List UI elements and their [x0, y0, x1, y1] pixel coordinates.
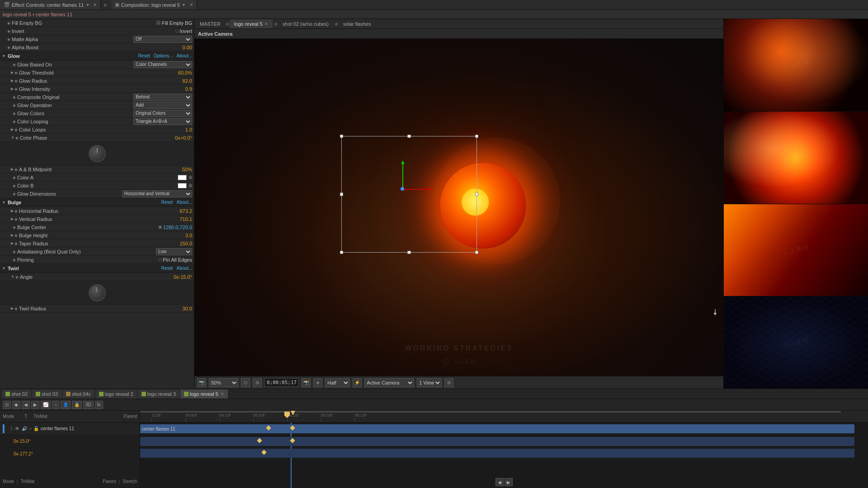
twirl-collapse-icon[interactable]: ▼ [2, 266, 6, 271]
tl-tab-logo-reveal-3[interactable]: logo reveal 3 [138, 389, 179, 399]
ab-midpoint-arrow[interactable]: ▶ [11, 167, 14, 171]
timecode-display[interactable]: 0;00;05;17 [264, 378, 299, 387]
bulge-center-value[interactable]: 1280.0,720.0 [163, 225, 192, 230]
y-axis-tip[interactable] [401, 160, 405, 164]
handle-br[interactable] [475, 251, 478, 254]
comp-tab-close-icon[interactable]: ✕ [189, 2, 193, 7]
tl-btn-lock[interactable]: 🔒 [72, 401, 82, 409]
x-axis-tip[interactable] [427, 188, 431, 191]
bulge-collapse-icon[interactable]: ▼ [2, 200, 6, 205]
tl-layer-row-1[interactable]: 1 👁 🔊 ○ 🔓 center flames 11 [0, 422, 140, 435]
v-radius-arrow[interactable]: ▶ [11, 217, 14, 221]
twirl-about-btn[interactable]: About... [177, 266, 192, 271]
camera-select[interactable]: Active Camera [364, 378, 414, 387]
angle-knob[interactable] [89, 284, 106, 301]
tl-prev-frame-btn[interactable]: ◀ [495, 478, 504, 486]
angle-value[interactable]: 0x-15.0° [174, 274, 192, 280]
bulge-reset-btn[interactable]: Reset [161, 200, 173, 205]
color-a-expand-icon[interactable]: ⊞ [189, 175, 192, 180]
grid-toggle-btn[interactable]: ⊞ [444, 378, 453, 387]
layer-1-solo[interactable]: ○ [29, 426, 32, 431]
bulge-about-btn[interactable]: About... [177, 200, 192, 205]
comp-tab-dropdown-icon[interactable]: ▼ [182, 3, 186, 7]
view-select[interactable]: 1 View [417, 378, 442, 387]
h-radius-value[interactable]: 673.2 [179, 208, 192, 214]
tl-tab-shot02[interactable]: shot 02 [2, 389, 31, 399]
show-channel-btn[interactable]: ◈ [313, 378, 322, 387]
handle-bc[interactable] [408, 251, 411, 254]
bulge-height-arrow[interactable]: ▶ [11, 233, 14, 237]
matte-alpha-select[interactable]: Off [133, 36, 192, 43]
pixel-aspect-btn[interactable]: ⊞ [253, 378, 262, 387]
tl-btn-next-keyframe[interactable]: ▶ [31, 401, 39, 409]
glow-dimensions-select[interactable]: Horizontal and Vertical [122, 190, 192, 197]
layer-1-audio[interactable]: 🔊 [22, 426, 27, 431]
glow-section-header[interactable]: ▼ Glow Reset Options... About... [0, 52, 194, 61]
glow-radius-value[interactable]: 82.0 [183, 78, 192, 84]
glow-based-on-select[interactable]: Color Channels [133, 61, 192, 68]
tab-composition[interactable]: ▣ Composition: logo reveal 5 ▼ ✕ [111, 0, 197, 9]
color-phase-value[interactable]: 0x+0.0° [175, 135, 192, 141]
tl-tab-shot03[interactable]: shot 03 [32, 389, 61, 399]
master-tab[interactable]: MASTER [196, 19, 224, 28]
handle-tr[interactable] [475, 135, 478, 138]
x-axis-arrow[interactable] [402, 189, 427, 190]
y-axis-arrow[interactable] [402, 164, 403, 189]
selection-box[interactable] [341, 136, 477, 253]
tl-tab-lr5-close[interactable]: ✕ [221, 392, 224, 396]
twirl-radius-arrow[interactable]: ▶ [11, 306, 14, 310]
tl-btn-3d[interactable]: 3D [83, 401, 94, 409]
angle-arrow[interactable]: ▼ [11, 275, 14, 279]
tl-tab-logo-reveal-2[interactable]: logo reveal 2 [95, 389, 137, 399]
glow-reset-btn[interactable]: Reset [138, 53, 150, 58]
antialiasing-select[interactable]: Low [156, 248, 192, 255]
handle-tl[interactable] [340, 135, 343, 138]
composite-original-select[interactable]: Behind [133, 94, 192, 101]
handle-mr[interactable] [475, 193, 478, 196]
layer-1-visibility[interactable]: 👁 [14, 426, 20, 432]
glow-colors-select[interactable]: Original Colors [133, 110, 192, 117]
handle-bl[interactable] [340, 251, 343, 254]
viewer-btn-camera[interactable]: 📷 [197, 378, 206, 387]
effect-controls-dropdown-icon[interactable]: ▼ [85, 3, 90, 7]
color-phase-arrow[interactable]: ▼ [11, 136, 14, 140]
tl-prop-bar-1[interactable] [140, 437, 854, 446]
tl-layer-1-bar[interactable]: center flames 11 [140, 424, 854, 433]
composition-canvas[interactable]: WORKING STRATEGIES ⊙ 人人素材 [194, 39, 723, 376]
glow-threshold-value[interactable]: 60.0% [178, 70, 192, 75]
color-phase-knob[interactable] [89, 145, 106, 162]
color-looping-select[interactable]: Triangle A>B>A [133, 118, 192, 125]
bulge-section-header[interactable]: ▼ Bulge Reset About... [0, 198, 194, 207]
bulge-center-crosshair[interactable]: ⊕ [158, 225, 162, 230]
panel-menu-btn[interactable]: ≡ [101, 0, 109, 9]
preview-item-4[interactable]: 人人素材 [724, 296, 868, 389]
zoom-select[interactable]: 50% [209, 378, 238, 387]
tl-playhead-marker-head[interactable] [291, 411, 295, 415]
preview-item-3[interactable]: 人人素材 [724, 204, 868, 297]
glow-collapse-icon[interactable]: ▼ [2, 54, 6, 58]
handle-ml[interactable] [340, 193, 343, 196]
alpha-boost-value[interactable]: 0.00 [183, 45, 192, 50]
preview-item-2[interactable]: 人人素材 [724, 112, 868, 204]
quality-select[interactable]: Half [325, 378, 350, 387]
glow-options-btn[interactable]: Options... [154, 53, 173, 58]
glow-radius-arrow[interactable]: ▶ [11, 79, 14, 83]
tl-btn-solo[interactable]: ○ [52, 401, 59, 409]
snapshot-btn[interactable]: 📸 [302, 378, 311, 387]
tl-ruler[interactable]: 3:15f 04:00f 04:15f 05:00f 05:15f 06:00f [140, 411, 868, 422]
color-a-swatch[interactable] [178, 175, 187, 180]
glow-operation-select[interactable]: Add [133, 102, 192, 109]
tl-prop-bar-2[interactable] [140, 449, 854, 458]
twirl-radius-value[interactable]: 30.0 [183, 306, 192, 311]
twirl-reset-btn[interactable]: Reset [161, 266, 173, 271]
gizmo-center[interactable] [401, 187, 404, 191]
bulge-height-value[interactable]: 3.0 [185, 233, 192, 238]
tl-btn-keyframe[interactable]: ◆ [12, 401, 20, 409]
tl-tab-logo-reveal-5[interactable]: logo reveal 5 ✕ [180, 389, 228, 399]
tl-btn-graph-editor[interactable]: 📈 [41, 401, 51, 409]
tl-next-frame-btn[interactable]: ▶ [505, 478, 513, 486]
fast-preview-btn[interactable]: ⚡ [353, 378, 362, 387]
tl-btn-set-work-area[interactable]: ⊡ [3, 401, 11, 409]
pinning-checkbox[interactable]: □ [159, 257, 161, 262]
glow-about-btn[interactable]: About... [177, 53, 192, 58]
